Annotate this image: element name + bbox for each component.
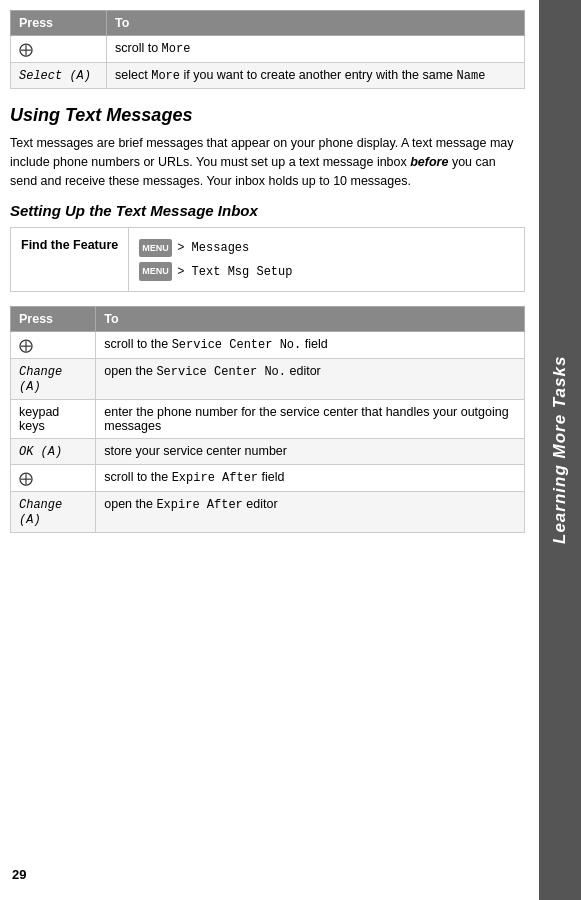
nav-icon-1: ⨁: [19, 337, 33, 353]
table-cell-to: enter the phone number for the service c…: [96, 400, 525, 439]
table-cell-press: Select (A): [11, 63, 107, 89]
change-a-label-2: Change (A): [19, 498, 62, 527]
emphasis-before: before: [410, 155, 448, 169]
table-cell-to: open the Service Center No. editor: [96, 359, 525, 400]
find-feature-line2: MENU > Text Msg Setup: [139, 260, 292, 284]
nav-icon: ⨁: [19, 41, 33, 57]
table-row: ⨁ scroll to More: [11, 36, 525, 63]
table-cell-press: OK (A): [11, 439, 96, 465]
change-a-label-1: Change (A): [19, 365, 62, 394]
keypad-keys-label: keypad keys: [19, 405, 59, 433]
subsection-title-setting-up: Setting Up the Text Message Inbox: [10, 202, 525, 219]
table-row: keypad keys enter the phone number for t…: [11, 400, 525, 439]
table-cell-press: Change (A): [11, 359, 96, 400]
table-row: Select (A) select More if you want to cr…: [11, 63, 525, 89]
table-cell-press: ⨁: [11, 332, 96, 359]
table-row: ⨁ scroll to the Expire After field: [11, 465, 525, 492]
sidebar: Learning More Tasks: [539, 0, 581, 900]
code-service-center-1: Service Center No.: [172, 338, 302, 352]
code-name: Name: [457, 69, 486, 83]
find-feature-content: MENU > Messages MENU > Text Msg Setup: [129, 228, 302, 291]
table-cell-to: select More if you want to create anothe…: [107, 63, 525, 89]
nav-icon-2: ⨁: [19, 470, 33, 486]
find-feature-line1-text: > Messages: [177, 241, 249, 255]
table-cell-press: Change (A): [11, 492, 96, 533]
find-feature-box: Find the Feature MENU > Messages MENU > …: [10, 227, 525, 292]
top-table-header-to: To: [107, 11, 525, 36]
code-service-center-2: Service Center No.: [156, 365, 286, 379]
table-cell-to: open the Expire After editor: [96, 492, 525, 533]
bottom-table-header-to: To: [96, 307, 525, 332]
table-cell-to: scroll to the Service Center No. field: [96, 332, 525, 359]
code-more: More: [162, 42, 191, 56]
ok-a-label: OK (A): [19, 445, 62, 459]
table-cell-press: keypad keys: [11, 400, 96, 439]
table-cell-to: scroll to the Expire After field: [96, 465, 525, 492]
body-text-using-text-messages: Text messages are brief messages that ap…: [10, 134, 525, 190]
table-row: Change (A) open the Expire After editor: [11, 492, 525, 533]
menu-icon-2: MENU: [139, 262, 172, 280]
select-a-label: Select (A): [19, 69, 91, 83]
code-more2: More: [151, 69, 180, 83]
code-expire-after-1: Expire After: [172, 471, 258, 485]
table-row: Change (A) open the Service Center No. e…: [11, 359, 525, 400]
table-cell-to: store your service center number: [96, 439, 525, 465]
table-row: OK (A) store your service center number: [11, 439, 525, 465]
table-cell-press: ⨁: [11, 36, 107, 63]
code-expire-after-2: Expire After: [156, 498, 242, 512]
find-feature-label: Find the Feature: [11, 228, 129, 291]
table-row: ⨁ scroll to the Service Center No. field: [11, 332, 525, 359]
page-number: 29: [12, 867, 26, 882]
sidebar-label: Learning More Tasks: [550, 356, 570, 544]
find-feature-line2-text: > Text Msg Setup: [177, 265, 292, 279]
table-cell-press: ⨁: [11, 465, 96, 492]
table-cell-to: scroll to More: [107, 36, 525, 63]
menu-icon-1: MENU: [139, 239, 172, 257]
top-table-header-press: Press: [11, 11, 107, 36]
bottom-press-table: Press To ⨁ scroll to the Service Center …: [10, 306, 525, 533]
section-title-using-text-messages: Using Text Messages: [10, 105, 525, 126]
bottom-table-header-press: Press: [11, 307, 96, 332]
find-feature-line1: MENU > Messages: [139, 236, 292, 260]
top-press-table: Press To ⨁ scroll to More Select (A) sel…: [10, 10, 525, 89]
